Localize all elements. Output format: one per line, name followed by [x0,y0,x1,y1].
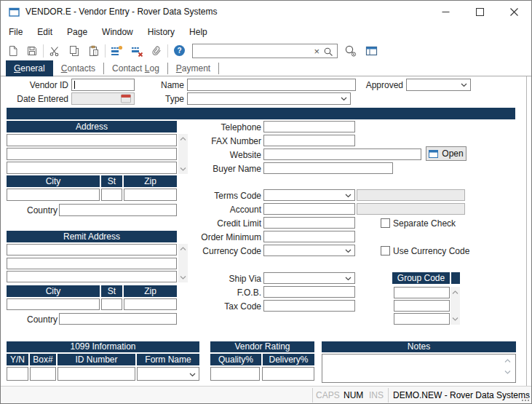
fax-number-input[interactable] [263,135,355,146]
address-zip-input[interactable] [124,189,177,201]
chevron-down-icon [461,83,467,87]
name-input[interactable] [187,79,356,91]
1099-form-name-header: Form Name [137,354,199,365]
group-code-input-2[interactable] [394,300,450,312]
help-button[interactable]: ? [172,44,186,58]
maximize-icon [476,8,484,16]
vendor-rating-header: Vendor Rating [210,341,314,352]
account-input[interactable] [263,203,355,215]
address-city-input[interactable] [7,189,100,201]
find-button[interactable] [344,44,358,58]
tab-general[interactable]: General [6,60,53,76]
menu-help[interactable]: Help [182,25,215,39]
help-icon: ? [173,44,186,57]
search-input[interactable] [193,45,309,57]
open-website-button[interactable]: Open [426,146,467,161]
menu-page[interactable]: Page [60,25,95,39]
panel-layout-button[interactable] [364,44,378,58]
address-line1-input[interactable] [7,134,177,146]
tab-contacts[interactable]: Contacts [53,60,103,76]
close-button[interactable] [497,1,531,23]
notes-scroll-down-icon[interactable] [504,369,511,375]
1099-form-name-select[interactable] [137,367,199,381]
separate-check-checkbox[interactable] [381,218,390,228]
remit-st-input[interactable] [101,298,122,310]
1099-id-number-input[interactable] [57,367,135,381]
group-code-input-3[interactable] [394,313,450,325]
delivery-input[interactable] [262,367,314,381]
address-line3-input[interactable] [7,162,177,174]
order-minimum-input[interactable] [263,231,355,242]
notes-textarea[interactable] [322,354,516,383]
remit-line3-input[interactable] [7,271,177,282]
website-input[interactable] [263,148,421,160]
telephone-label: Telephone [183,122,261,134]
insert-row-button[interactable] [109,44,124,58]
1099-box-input[interactable] [30,367,56,381]
remit-city-input[interactable] [7,298,100,310]
paste-clipboard-icon [88,45,100,57]
search-icon[interactable] [323,47,333,57]
resize-grip[interactable] [522,394,530,402]
address-zip-header: Zip [124,175,177,187]
currency-code-select[interactable] [263,245,355,256]
ship-via-select[interactable] [263,272,355,284]
currency-code-label: Currency Code [183,245,261,258]
fob-input[interactable] [263,286,355,298]
status-separator [312,388,313,403]
copy-button[interactable] [67,44,82,58]
minimize-icon [442,8,450,16]
address-line2-input[interactable] [7,148,177,160]
remit-line2-input[interactable] [7,258,177,269]
scroll-up-icon[interactable] [452,290,458,296]
group-code-input-1[interactable] [394,287,450,298]
search-clear-icon[interactable]: × [314,46,319,57]
remit-country-input[interactable] [59,313,177,325]
telephone-input[interactable] [263,121,355,132]
terms-code-select[interactable] [263,189,355,201]
buyer-name-input[interactable] [263,162,393,174]
quality-header: Quality% [210,354,261,365]
credit-limit-input[interactable] [263,217,355,229]
approved-label: Approved [357,79,403,92]
vendor-id-input[interactable] [71,79,135,91]
attachment-button[interactable] [149,44,164,58]
scroll-down-icon[interactable] [452,316,458,322]
tab-payment[interactable]: Payment [168,60,218,76]
minimize-button[interactable] [429,1,463,23]
1099-yn-input[interactable] [7,367,28,381]
type-label: Type [132,93,184,106]
approved-select[interactable] [406,79,471,91]
tab-contact-log[interactable]: Contact Log [104,60,167,76]
quality-input[interactable] [210,367,260,381]
address-country-input[interactable] [59,204,177,216]
menu-file[interactable]: File [1,25,30,39]
terms-code-description-field [357,189,465,201]
status-bar: CAPS NUM INS DEMO.NEW - Rover Data Syste… [1,386,531,403]
address-st-header: St [101,175,122,187]
new-record-button[interactable] [6,44,20,58]
menu-edit[interactable]: Edit [30,25,60,39]
maximize-button[interactable] [463,1,497,23]
remit-address-header: Remit Address [7,231,177,242]
chevron-down-icon [345,277,352,281]
menu-window[interactable]: Window [95,25,140,39]
num-lock-indicator: NUM [344,390,363,400]
type-select[interactable] [187,92,351,105]
save-button[interactable] [25,44,39,58]
paste-button[interactable] [87,44,101,58]
menu-history[interactable]: History [140,25,182,39]
cut-button[interactable] [47,44,62,58]
address-st-input[interactable] [101,189,122,201]
group-code-scrollbar[interactable] [450,287,460,325]
tax-code-input[interactable] [263,300,355,312]
use-currency-code-checkbox[interactable] [381,246,390,256]
panel-layout-icon [365,45,378,57]
delete-row-button[interactable] [130,44,144,58]
remit-line1-input[interactable] [7,244,177,256]
remit-zip-input[interactable] [124,298,177,310]
calendar-icon[interactable] [121,94,131,103]
credit-limit-label: Credit Limit [183,218,261,230]
status-separator [388,388,389,403]
notes-scroll-up-icon[interactable] [504,358,511,364]
